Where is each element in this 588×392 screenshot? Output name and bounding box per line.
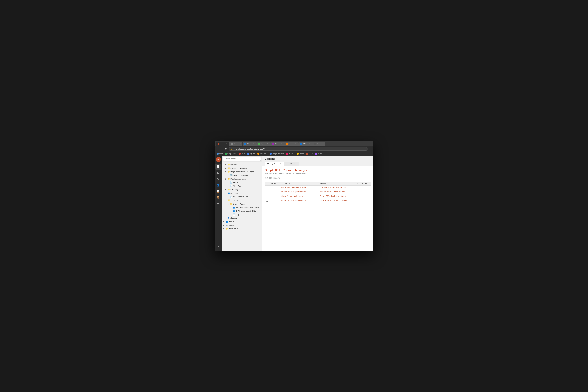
s1-cell-4: [314, 198, 319, 203]
tree-item-policies[interactable]: ▶ 📁 Policies: [222, 163, 262, 166]
tab-5[interactable]: G wind... ✕: [284, 142, 298, 146]
bookmark-gmail[interactable]: Gmail: [238, 152, 246, 155]
address-bar[interactable]: 🔒 cms-exfo.azurewebsites.net/umbraco/#/: [228, 147, 368, 150]
th-old-url[interactable]: OLD URL ▼: [280, 182, 314, 186]
tree-item-rules[interactable]: ▶ 📁 Rules and Regulations: [222, 166, 262, 170]
row-checkbox-1[interactable]: [266, 186, 268, 188]
tree-item-registration[interactable]: ▶ 📁 Registration/Download Pages: [222, 170, 262, 174]
tree-item-biographies[interactable]: ▶ 👥 Biographies: [222, 192, 262, 195]
th-notes-label: NOTES: [362, 183, 368, 184]
tree-item-menus[interactable]: ▶ 👥 Menus: [222, 220, 262, 224]
tree-label-menus: Menus: [228, 221, 261, 223]
tree-item-virtualevents[interactable]: ▼ 📁 Virtual Events: [222, 198, 262, 202]
tree-item-maintenance[interactable]: ▶ 📁 Maintenance Pages: [222, 177, 262, 181]
tree-item-recyclebin[interactable]: ▶ 📁 Recycle Bin: [222, 227, 262, 230]
tab-link-checker[interactable]: Link Checker: [284, 162, 299, 166]
sidebar-redirect-button[interactable]: ➡: [215, 200, 221, 206]
new-url-cell-4: /en/esko-2021/c4c-whats-in-it-for-me/: [319, 198, 356, 203]
bookmark-apps[interactable]: Apps: [216, 152, 224, 155]
content-page-icon: 📄: [216, 165, 220, 168]
bookmark-agenda[interactable]: Agenda: [246, 152, 256, 155]
back-button[interactable]: ←: [216, 148, 219, 150]
old-url-link-4[interactable]: /en/esko-2021/c4c-update-session: [281, 200, 306, 202]
th-new-url[interactable]: NEW URL ▼: [319, 182, 356, 186]
tree-item-marketing[interactable]: ▶ 👥 Marketing Virtual Event Demo: [222, 206, 262, 209]
umbraco-logo[interactable]: U: [216, 157, 221, 162]
checkbox-cell-3[interactable]: [265, 194, 269, 198]
tree-item-subscription[interactable]: ▶ 🔄 Subscription Activation: [222, 174, 262, 177]
sidebar-packages-button[interactable]: 📦: [215, 194, 221, 200]
sidebar-content-button[interactable]: 📄: [215, 164, 221, 170]
tree-search-area: [222, 156, 262, 162]
tab-4[interactable]: Pull re... ✕: [270, 142, 284, 146]
th-notes: NOTES: [360, 182, 371, 186]
sidebar-forms-button[interactable]: 📋: [215, 188, 221, 194]
bookmark-tevision[interactable]: TeVision: [285, 152, 295, 155]
forward-button[interactable]: →: [220, 148, 223, 150]
new-url-link-3[interactable]: /fr/esko-2021/c4c-whats-in-it-for-me/: [320, 195, 346, 197]
arrow-systempages: ▶: [228, 203, 230, 205]
tab-close-6[interactable]: ✕: [309, 143, 310, 145]
tab-3[interactable]: Sign in... ✕: [256, 142, 270, 146]
bookmark-translate[interactable]: Google Translate: [269, 152, 284, 155]
icon-sidebar: U 📄 🖼 ⚙ 👤 📋 📦: [214, 156, 222, 251]
sidebar-settings-button[interactable]: ⚙: [215, 176, 221, 182]
checkbox-cell-2[interactable]: [265, 190, 269, 194]
bookmark-label-photos: Photos: [299, 153, 304, 154]
search-input[interactable]: [223, 157, 261, 161]
bookmark-figme[interactable]: Figme: [314, 152, 322, 155]
secure-icon: 🔒: [231, 148, 232, 150]
tab-manage-redirects[interactable]: Manage Redirects: [265, 162, 284, 166]
checkbox-cell-4[interactable]: [265, 198, 269, 203]
tab-2[interactable]: (9+) Li... ✕: [242, 142, 256, 146]
reload-button[interactable]: ↻: [224, 148, 228, 150]
tab-close-5[interactable]: ✕: [295, 143, 296, 145]
new-url-link-2[interactable]: /zh/esko-2021/c4c-whats-in-it-for-me/: [320, 191, 347, 193]
tree-item-errorpages[interactable]: ▶ 📁 Error pages: [222, 188, 262, 192]
tab-close-active[interactable]: ✕: [226, 143, 228, 145]
bookmark-depanneur[interactable]: Dépanneur: [256, 152, 268, 155]
tab-close-7[interactable]: ✕: [322, 143, 324, 145]
old-url-link-2[interactable]: /zh/esko-2021/c4c-update-session: [281, 191, 306, 193]
tree-label-subscription: Subscription Activation: [233, 174, 261, 176]
tab-favicon-4: [272, 143, 274, 145]
sidebar-media-button[interactable]: 🖼: [215, 170, 221, 176]
tree-item-menudoc[interactable]: ▶ 📄 Menu Doc: [222, 184, 262, 188]
row-checkbox-3[interactable]: [266, 195, 268, 197]
bookmark-photos[interactable]: Photos: [296, 152, 305, 155]
regex-cell-4: [269, 198, 280, 203]
doc-icon-marketing: 👥: [233, 206, 235, 208]
tab-close-1[interactable]: ✕: [240, 143, 241, 145]
tab-close-2[interactable]: ✕: [253, 143, 254, 145]
row-checkbox-4[interactable]: [266, 200, 268, 202]
tab-active[interactable]: Virtua... ✕: [216, 142, 229, 146]
tab-6[interactable]: G Miet... ✕: [298, 142, 312, 146]
new-url-link-1[interactable]: /es/esko-2021/c4c-whats-in-it-for-me/: [320, 186, 347, 188]
app-container: U 📄 🖼 ⚙ 👤 📋 📦: [214, 156, 374, 251]
tree-item-help[interactable]: ▶ 📄 Help •••: [222, 213, 262, 216]
tree-item-exfosales[interactable]: ▶ 👥 EXFO sales kick-off 2021: [222, 209, 262, 213]
arrow-errorpages: ▶: [225, 189, 227, 190]
extensions-button[interactable]: ⋮: [369, 148, 372, 150]
redirect-manager-subtitle: Add, Update, and Delete 301 redirects in…: [265, 172, 371, 174]
tab-close-3[interactable]: ✕: [267, 143, 268, 145]
tab-7[interactable]: Syste... ✕: [312, 142, 325, 146]
folder-icon-policies: 📁: [228, 164, 230, 166]
tree-item-systempages[interactable]: ▶ 📁 System Pages: [222, 202, 262, 206]
old-url-link-1[interactable]: /es/esko-2021/c4c-update-session: [281, 186, 306, 188]
tree-item-admin[interactable]: ▶ ⚙ Admin: [222, 224, 262, 227]
bookmark-drive[interactable]: Google Drive: [224, 152, 237, 155]
sidebar-help-button[interactable]: ?: [215, 244, 221, 250]
bookmark-exfo[interactable]: EXFO: [305, 152, 314, 155]
tab-close-4[interactable]: ✕: [281, 143, 282, 145]
tab-1[interactable]: Chan... ✕: [229, 142, 242, 146]
tree-item-sitemap[interactable]: ▶ 👤 sitemap: [222, 216, 262, 220]
sidebar-users-button[interactable]: 👤: [215, 182, 221, 188]
row-checkbox-2[interactable]: [266, 191, 268, 193]
tree-label-menuaccount: Menu Account Doc: [233, 196, 261, 198]
old-url-link-3[interactable]: /fr/esko-2021/c4c-update-session: [281, 195, 305, 197]
checkbox-cell-1[interactable]: [265, 186, 269, 190]
tree-item-menuaccount[interactable]: ▶ 📄 Menu Account Doc: [222, 195, 262, 198]
tree-item-viewer360[interactable]: ▶ 📄 Viewer 360: [222, 181, 262, 184]
new-url-link-4[interactable]: /en/esko-2021/c4c-whats-in-it-for-me/: [320, 200, 347, 202]
